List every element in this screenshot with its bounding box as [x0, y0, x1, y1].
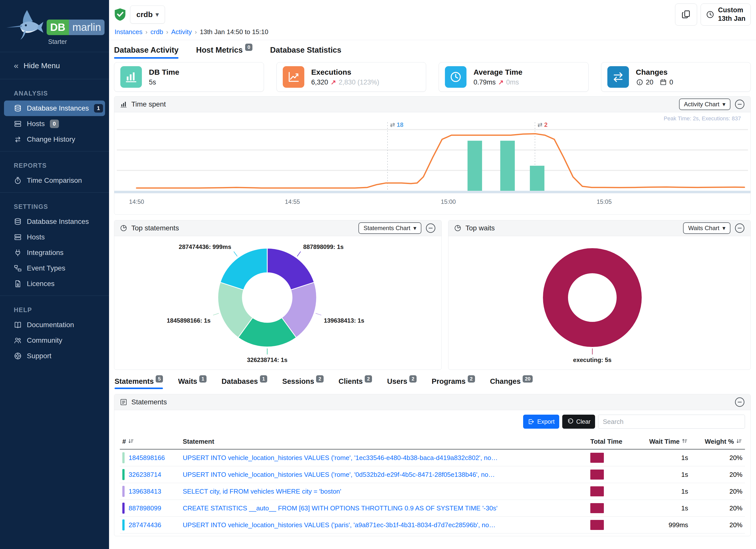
search-input[interactable] — [598, 415, 745, 429]
breadcrumb-link-crdb[interactable]: crdb — [150, 28, 163, 36]
export-button[interactable]: Export — [523, 415, 559, 429]
detail-tab-users[interactable]: Users2 — [387, 377, 417, 389]
statements-table: #StatementTotal TimeWait TimeWeight % 18… — [120, 434, 745, 533]
kpi-main-value: 5s — [149, 78, 156, 86]
kpi-value: 5s — [149, 78, 179, 86]
collapse-panel-icon[interactable] — [734, 99, 745, 110]
column-header-weight[interactable]: Weight % — [691, 434, 745, 449]
kpi-text: DB Time5s — [149, 68, 179, 86]
chevron-down-icon: ▾ — [156, 11, 159, 18]
trend-up-icon: ↗ — [498, 78, 504, 86]
tab-label: Programs — [432, 377, 465, 386]
table-toolbar: Export Clear — [120, 415, 745, 429]
collapse-panel-icon[interactable] — [734, 397, 745, 407]
detail-tabs: Statements5Waits1Databases1Sessions2Clie… — [114, 370, 751, 389]
detail-tab-changes[interactable]: Changes20 — [490, 377, 533, 389]
statement-link[interactable]: UPSERT INTO vehicle_location_histories V… — [183, 454, 499, 462]
licence-icon — [14, 280, 22, 288]
sidebar-item-hosts[interactable]: Hosts — [0, 229, 109, 245]
statement-id-link[interactable]: 1845898166 — [129, 454, 165, 462]
statement-link[interactable]: SELECT city, id FROM vehicles WHERE city… — [183, 488, 499, 495]
statement-cell: SELECT city, id FROM vehicles WHERE city… — [180, 483, 588, 500]
divider — [0, 151, 109, 151]
statement-id-link[interactable]: 139638413 — [129, 488, 161, 495]
count-badge: 0 — [50, 120, 59, 128]
x-axis-label: 14:50 — [129, 198, 144, 205]
table-row: 887898099CREATE STATISTICS __auto__ FROM… — [120, 500, 745, 517]
color-chip — [122, 469, 125, 480]
detail-tab-waits[interactable]: Waits1 — [178, 377, 206, 389]
statement-id-cell: 326238714 — [120, 466, 180, 483]
clear-button[interactable]: Clear — [562, 415, 595, 429]
top-statements-donut[interactable]: 887898099: 1s139638413: 1s326238714: 1s1… — [114, 236, 441, 370]
sidebar-item-hosts[interactable]: Hosts0 — [0, 116, 109, 132]
donut-slice — [267, 248, 314, 290]
statement-id-link[interactable]: 287474436 — [129, 521, 161, 529]
sidebar-item-time-comparison[interactable]: Time Comparison — [0, 173, 109, 188]
collapse-panel-icon[interactable] — [734, 223, 745, 233]
kpi-value: 6,320↗2,830 (123%) — [311, 78, 379, 86]
copy-link-button[interactable] — [675, 4, 697, 26]
statement-id-link[interactable]: 326238714 — [129, 471, 161, 479]
sidebar-item-community[interactable]: Community — [0, 333, 109, 348]
tab-label: Changes — [490, 377, 521, 386]
instance-name: crdb — [136, 10, 153, 19]
tab-host-metrics[interactable]: Host Metrics0 — [196, 46, 252, 59]
statements-panel: Statements Export — [114, 394, 751, 536]
tab-database-activity[interactable]: Database Activity — [114, 46, 178, 59]
sidebar-item-event-types[interactable]: Event Types — [0, 260, 109, 276]
shield-check-icon — [114, 8, 126, 21]
tab-database-statistics[interactable]: Database Statistics — [270, 46, 341, 59]
detail-tab-sessions[interactable]: Sessions2 — [282, 377, 323, 389]
detail-tab-clients[interactable]: Clients2 — [339, 377, 372, 389]
total-time-cell — [588, 466, 635, 483]
export-icon — [528, 418, 535, 425]
breadcrumb-current: 13th Jan 14:50 to 15:10 — [200, 28, 268, 36]
time-range-button[interactable]: Custom 13th Jan — [701, 4, 751, 26]
top-waits-donut[interactable]: executing: 5s — [448, 236, 750, 370]
tab-label: Host Metrics — [196, 46, 243, 55]
statements-panel-title: Statements — [131, 398, 167, 406]
detail-tab-statements[interactable]: Statements5 — [115, 377, 163, 389]
brand-edition: Starter — [48, 38, 105, 45]
statement-id-cell: 1845898166 — [120, 449, 180, 466]
sidebar-item-documentation[interactable]: Documentation — [0, 317, 109, 333]
breadcrumb-link-activity[interactable]: Activity — [171, 28, 192, 36]
collapse-panel-icon[interactable] — [425, 223, 436, 233]
statements-chart-dropdown[interactable]: Statements Chart ▾ — [358, 222, 421, 234]
logo: DB marlin Starter — [0, 0, 109, 48]
column-header-wait-time[interactable]: Wait Time — [635, 434, 691, 449]
tab-label: Statements — [115, 377, 154, 386]
statement-link[interactable]: UPSERT INTO vehicle_location_histories V… — [183, 521, 499, 529]
sidebar-item-database-instances[interactable]: Database Instances — [0, 214, 109, 229]
sidebar-item-support[interactable]: Support — [0, 348, 109, 364]
main-area: crdb ▾ Custom 13 — [109, 0, 756, 549]
statement-link[interactable]: CREATE STATISTICS __auto__ FROM [63] WIT… — [183, 504, 499, 512]
time-spent-chart[interactable]: Peak Time: 2s, Executions: 837⇄ 18⇄ 214:… — [114, 112, 750, 215]
breadcrumb-link-instances[interactable]: Instances — [115, 28, 142, 36]
column-header-[interactable]: # — [120, 434, 180, 449]
total-time-cell — [588, 449, 635, 466]
breadcrumb-separator: › — [145, 29, 147, 36]
activity-chart-dropdown[interactable]: Activity Chart ▾ — [679, 99, 730, 110]
table-row: 139638413SELECT city, id FROM vehicles W… — [120, 483, 745, 500]
kpi-main-value: 6,320 — [311, 78, 328, 86]
sidebar-item-licences[interactable]: Licences — [0, 276, 109, 292]
hide-menu-button[interactable]: « Hide Menu — [0, 56, 109, 75]
statement-id-link[interactable]: 887898099 — [129, 504, 161, 512]
statement-link[interactable]: UPSERT INTO vehicle_location_histories V… — [183, 471, 499, 479]
instance-selector[interactable]: crdb ▾ — [130, 6, 165, 24]
column-header-total-time: Total Time — [588, 434, 635, 449]
waits-chart-dropdown[interactable]: Waits Chart ▾ — [683, 222, 730, 234]
sidebar-item-change-history[interactable]: Change History — [0, 132, 109, 147]
sidebar-item-label: Documentation — [27, 321, 74, 329]
kpi-value: 200 — [636, 78, 677, 86]
count-badge: 0 — [245, 44, 252, 51]
detail-tab-databases[interactable]: Databases1 — [222, 377, 267, 389]
detail-tab-programs[interactable]: Programs2 — [432, 377, 475, 389]
sidebar-item-integrations[interactable]: Integrations — [0, 245, 109, 260]
top-statements-panel: Top statements Statements Chart ▾ 887898… — [114, 220, 442, 370]
wait-time-cell: 1s — [635, 500, 691, 517]
total-time-cell — [588, 517, 635, 533]
sidebar-item-database-instances[interactable]: Database Instances1 — [4, 101, 105, 116]
